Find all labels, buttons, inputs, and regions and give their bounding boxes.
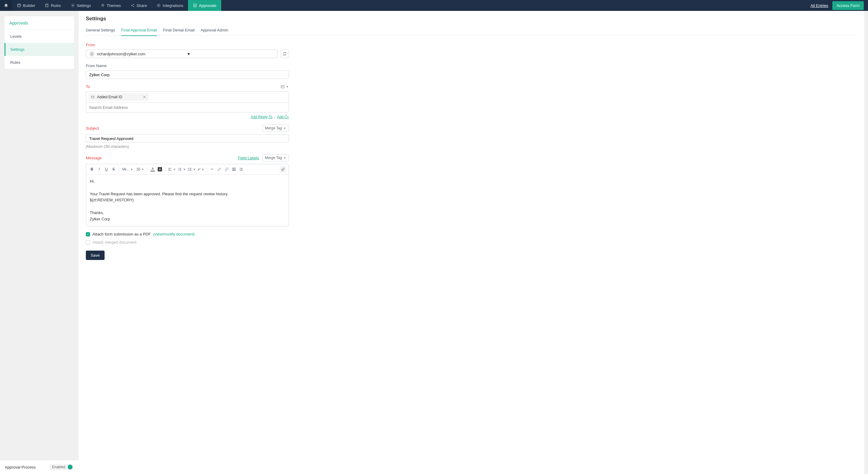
nav-share[interactable]: Share: [126, 0, 152, 11]
editor-toolbar: B I U S Ve...▼ 10▼ A A ▼ ▼ ▼: [86, 164, 289, 175]
quote-button[interactable]: [209, 166, 216, 173]
body-line: ${zf:REVIEW_HISTORY}: [90, 197, 285, 203]
access-form-button[interactable]: Access Form: [832, 1, 864, 10]
nav-settings[interactable]: Settings: [66, 0, 96, 11]
body-line: Zylker Corp: [90, 216, 285, 223]
align-dropdown[interactable]: ▼: [167, 167, 177, 172]
script-dropdown[interactable]: x²▼: [197, 167, 205, 172]
chevron-down-icon: ▼: [283, 127, 286, 130]
tab-final-denial[interactable]: Final Denial Email: [163, 25, 195, 36]
message-label: Message: [86, 156, 102, 160]
recipient-chip: Added Email ID ✕: [89, 93, 149, 101]
from-label: From: [86, 42, 289, 47]
sidebar-item-settings[interactable]: Settings: [4, 43, 74, 56]
sidebar-item-levels[interactable]: Levels: [4, 30, 74, 43]
svg-line-9: [132, 6, 133, 6]
toggle-status: Enabled: [52, 465, 65, 469]
subject-input[interactable]: [86, 134, 289, 143]
mail-icon: [280, 85, 285, 89]
from-name-input[interactable]: [86, 70, 289, 79]
body-line: Hi,: [90, 178, 285, 185]
chip-label: Added Email ID: [97, 95, 122, 99]
attach-merged-checkbox[interactable]: [86, 240, 90, 244]
nav-label: Approvals: [199, 3, 216, 8]
page-title: Settings: [86, 16, 857, 22]
approval-process-label: Approval Process: [5, 465, 36, 470]
field-labels-link[interactable]: Field Labels: [238, 156, 259, 160]
all-entries-link[interactable]: All Entries: [811, 3, 829, 8]
nav-builder[interactable]: Builder: [12, 0, 40, 11]
email-form: From richardjohnson@zylker.com ▼ From Na…: [86, 42, 289, 260]
line-height-dropdown[interactable]: ▼: [187, 167, 196, 172]
editor-body[interactable]: Hi, Your Travel Request has been approve…: [86, 175, 289, 226]
save-button[interactable]: Save: [86, 250, 104, 260]
bold-button[interactable]: B: [89, 166, 95, 173]
nav-label: Builder: [23, 3, 35, 8]
svg-rect-13: [281, 85, 284, 88]
svg-point-12: [91, 53, 92, 54]
nav-rules[interactable]: Rules: [40, 0, 66, 11]
link-button[interactable]: [223, 166, 230, 173]
quote-icon: [210, 167, 214, 171]
eraser-icon: [217, 167, 221, 171]
tab-general[interactable]: General Settings: [86, 25, 115, 36]
from-select[interactable]: richardjohnson@zylker.com ▼: [86, 50, 277, 58]
subject-label: Subject: [86, 126, 99, 130]
indent-button[interactable]: [238, 166, 245, 173]
themes-icon: [101, 3, 105, 7]
nav-themes[interactable]: Themes: [96, 0, 126, 11]
nav-label: Settings: [77, 3, 91, 8]
sidebar-menu: Approvals Levels Settings Rules: [4, 16, 74, 69]
text-color-button[interactable]: A: [149, 166, 156, 173]
paperclip-icon: [281, 167, 285, 171]
to-label: To: [86, 84, 90, 89]
chip-remove-button[interactable]: ✕: [143, 95, 146, 99]
nav-integrations[interactable]: Integrations: [152, 0, 188, 11]
main-container: Approvals Levels Settings Rules Approval…: [0, 11, 868, 474]
tab-final-approval[interactable]: Final Approval Email: [121, 25, 157, 36]
strikethrough-button[interactable]: S: [110, 166, 117, 173]
underline-button[interactable]: U: [103, 166, 110, 173]
attach-pdf-checkbox[interactable]: [86, 232, 90, 236]
chevron-down-icon: ▼: [286, 85, 289, 88]
from-value: richardjohnson@zylker.com: [97, 52, 184, 56]
sidebar: Approvals Levels Settings Rules Approval…: [0, 11, 79, 474]
sidebar-item-rules[interactable]: Rules: [4, 56, 74, 69]
attachment-button[interactable]: [280, 166, 286, 173]
tab-approval-admin[interactable]: Approval Admin: [201, 25, 228, 36]
separator: |: [274, 115, 275, 119]
font-size-select[interactable]: 10▼: [135, 167, 145, 172]
list-dropdown[interactable]: ▼: [177, 167, 186, 172]
to-search-input[interactable]: [86, 103, 289, 112]
add-reply-to-link[interactable]: Add Reply-To: [251, 115, 272, 119]
message-merge-tag-dropdown[interactable]: Merge Tag ▼: [262, 154, 289, 161]
line-height-icon: [188, 167, 192, 171]
list-icon: [178, 167, 182, 171]
share-icon: [130, 3, 135, 7]
svg-rect-0: [18, 4, 20, 7]
view-modify-link[interactable]: (view/modify document): [153, 232, 195, 236]
sidebar-header: Approvals: [4, 16, 74, 30]
home-button[interactable]: [0, 0, 12, 11]
top-nav-right: All Entries Access Form: [811, 1, 868, 10]
approval-process-toggle[interactable]: Enabled: [49, 464, 74, 470]
svg-point-19: [178, 169, 179, 170]
svg-rect-2: [45, 4, 48, 7]
italic-button[interactable]: I: [96, 166, 102, 173]
attach-merged-row: Attach merged document: [86, 240, 289, 244]
font-family-select[interactable]: Ve...▼: [121, 167, 134, 172]
subject-help-text: (Maximum 250 characters): [86, 145, 289, 149]
indent-icon: [239, 167, 243, 171]
chevron-down-icon: ▼: [187, 52, 274, 56]
nav-approvals[interactable]: Approvals: [188, 0, 221, 11]
clear-format-button[interactable]: [216, 166, 223, 173]
add-cc-link[interactable]: Add Cc: [277, 115, 289, 119]
subject-merge-tag-dropdown[interactable]: Merge Tag ▼: [262, 124, 289, 132]
refresh-button[interactable]: [280, 50, 289, 58]
svg-point-6: [133, 4, 134, 4]
to-options-dropdown[interactable]: ▼: [280, 85, 289, 89]
bg-color-button[interactable]: A: [157, 166, 163, 173]
table-button[interactable]: [230, 166, 237, 173]
body-line: Your Travel Request has been approved. P…: [90, 191, 285, 198]
svg-point-7: [133, 6, 134, 7]
